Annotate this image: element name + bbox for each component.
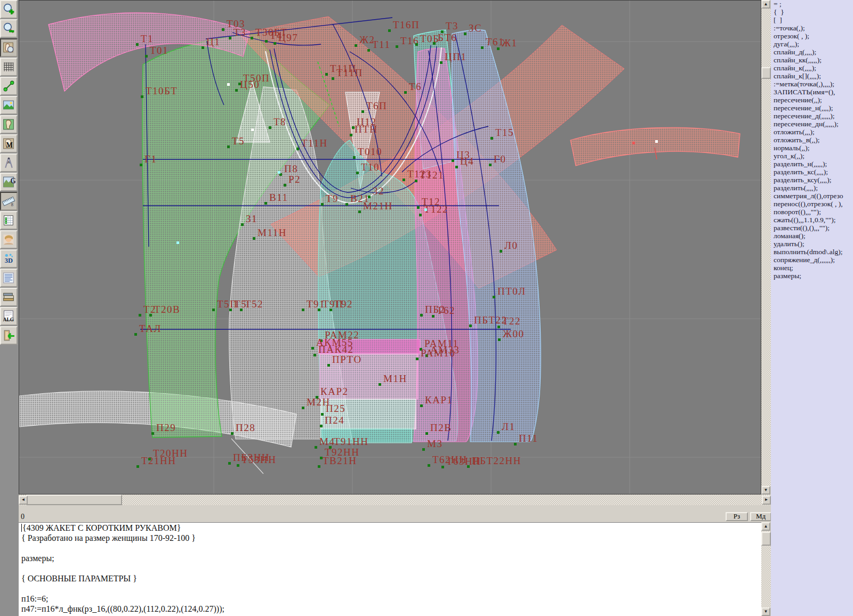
command-item[interactable]: :=метка(точка(,),,,,); [771, 80, 853, 88]
zoom-out-button[interactable] [0, 19, 18, 38]
editor-scroll-down-button[interactable]: ▼ [761, 607, 770, 616]
piece-m-icon: M [2, 137, 15, 150]
model-photo-button[interactable] [0, 230, 18, 249]
command-item[interactable]: отложить(,,,); [771, 128, 853, 136]
editor-line: {4309 ЖАКЕТ С КОРОТКИМ РУКАВОМ} [19, 523, 761, 533]
command-item[interactable]: конец; [771, 264, 853, 272]
algorithm-editor[interactable]: {4309 ЖАКЕТ С КОРОТКИМ РУКАВОМ}{ Разрабо… [19, 522, 761, 616]
command-item[interactable]: [ ] [771, 16, 853, 24]
command-item[interactable]: сплайн_к[](,,,,); [771, 72, 853, 80]
command-item[interactable]: сплайн_д(,,,,); [771, 48, 853, 56]
piece-m-button[interactable]: M [0, 134, 18, 153]
command-item[interactable]: выполнить(dmod\.alg); [771, 248, 853, 256]
segment-button[interactable] [0, 77, 18, 95]
portrait-icon [2, 233, 15, 246]
zoom-piece-icon [2, 41, 15, 54]
piece-green-icon [2, 118, 15, 131]
exit-button[interactable] [0, 326, 18, 345]
scroll-down-button[interactable]: ▼ [761, 486, 770, 495]
command-item[interactable]: разделить_ксу(,,,,); [771, 176, 853, 184]
grid-icon [2, 60, 15, 74]
pocket-piece-mid[interactable] [320, 354, 418, 399]
books-icon [2, 290, 15, 304]
command-item[interactable]: разделить_н(,,,,,); [771, 160, 853, 168]
editor-line: п47:=п16*л_фнк(рз_16,((80,0.22),(112,0.2… [19, 604, 761, 614]
image-button[interactable] [0, 96, 18, 115]
command-item[interactable]: отрезок( , ); [771, 32, 853, 40]
scroll-up-button[interactable]: ▲ [761, 0, 770, 9]
command-item[interactable]: ломаная(); [771, 232, 853, 240]
editor-line [19, 583, 761, 594]
compass-icon: A [2, 156, 15, 169]
left-toolbar: MAG83DALG [0, 0, 19, 616]
svg-text:G: G [11, 177, 15, 185]
pocket-piece-top[interactable] [319, 339, 420, 354]
graphic-button[interactable]: G [0, 173, 18, 191]
command-item[interactable]: разделить(,,,,); [771, 184, 853, 192]
zoom-out-icon [2, 22, 15, 35]
piece-view-button[interactable] [0, 115, 18, 134]
command-item[interactable]: = ; [771, 0, 853, 8]
zoom-in-button[interactable] [0, 0, 18, 19]
scroll-left-button[interactable]: ◄ [19, 496, 28, 505]
vscroll-thumb[interactable] [761, 67, 771, 79]
collar-piece-right[interactable] [570, 127, 740, 166]
command-item[interactable]: пересечение(,,); [771, 96, 853, 104]
command-item[interactable]: сплайн_к(,,,,); [771, 64, 853, 72]
text-caret [21, 524, 22, 532]
pattern-cad-window: MAG83DALG [0, 0, 853, 616]
command-item[interactable]: { } [771, 8, 853, 16]
command-item[interactable]: размеры; [771, 272, 853, 280]
command-item[interactable]: удалить(); [771, 240, 853, 248]
segment-icon [2, 79, 15, 93]
editor-line: размеры; [19, 553, 761, 563]
svg-text:ALG: ALG [3, 317, 14, 322]
command-item[interactable]: разделить_кс(,,,,); [771, 168, 853, 176]
algorithm-button[interactable]: ALG [0, 307, 18, 326]
g-doc-icon: G [2, 175, 15, 189]
md-button[interactable]: Мд [750, 512, 771, 521]
pattern-canvas[interactable]: Т1Т01Т10БТЦ1Т03Т3Т30БТТ4Ц97Ж2Т11Т16ПТ3ЗС… [19, 0, 761, 495]
command-item[interactable]: пересечение_н(,,,,); [771, 104, 853, 112]
measure-button[interactable]: 8 [0, 192, 18, 210]
zoom-piece-button[interactable] [0, 38, 18, 57]
command-item[interactable]: сопряжение_д(,,,,,,); [771, 256, 853, 264]
command-panel: = ;{ }[ ]:=точка(,);отрезок( , );дуга(,,… [771, 0, 853, 616]
command-item[interactable]: симметрия_л((),отрезо [771, 192, 853, 200]
command-item[interactable]: :=точка(,); [771, 24, 853, 32]
command-item[interactable]: перенос((),отрезок( , ), [771, 200, 853, 208]
scroll-right-button[interactable]: ► [762, 496, 771, 505]
editor-line [19, 563, 761, 573]
rz-button[interactable]: Рз [726, 512, 748, 521]
pocket-piece-lower[interactable] [321, 399, 416, 429]
hscroll-thumb[interactable] [26, 495, 122, 505]
pocket-piece-band[interactable] [321, 429, 412, 443]
command-item[interactable]: угол_к(,,); [771, 152, 853, 160]
svg-text:A: A [7, 160, 10, 165]
scroll-position-value: 0 [21, 513, 25, 521]
editor-scroll-up-button[interactable]: ▲ [761, 522, 770, 531]
command-item[interactable]: пересечение_дн(,,,,,); [771, 120, 853, 128]
svg-text:M: M [6, 141, 13, 149]
command-item[interactable]: сжать((),,,1.1,0.9,""); [771, 216, 853, 224]
command-item[interactable]: развести((),(),,,""); [771, 224, 853, 232]
command-item[interactable]: поворот((),,,""); [771, 208, 853, 216]
command-item[interactable]: нормаль(,,); [771, 144, 853, 152]
command-item[interactable]: пересечение_д(,,,,,); [771, 112, 853, 120]
drafting-button[interactable]: A [0, 153, 18, 172]
editor-line: { ОСНОВНЫЕ ПАРАМЕТРЫ } [19, 573, 761, 583]
list-icon [2, 271, 15, 285]
editor-vscroll-thumb[interactable] [761, 532, 771, 546]
command-item[interactable]: отложить_в(,,); [771, 136, 853, 144]
editor-vscrollbar: ▲ ▼ [761, 522, 771, 616]
command-item[interactable]: ЗАПИСАТЬ(имя=(), [771, 88, 853, 96]
command-item[interactable]: сплайн_кк(,,,,,); [771, 56, 853, 64]
table-button[interactable] [0, 211, 18, 230]
pattern-canvas-svg [19, 1, 761, 495]
library-button[interactable] [0, 288, 18, 306]
list-button[interactable] [0, 269, 18, 287]
svg-text:8: 8 [11, 202, 13, 207]
3d-button[interactable]: 3D [0, 249, 18, 268]
grid-button[interactable] [0, 58, 18, 76]
command-item[interactable]: дуга(,,,); [771, 40, 853, 48]
